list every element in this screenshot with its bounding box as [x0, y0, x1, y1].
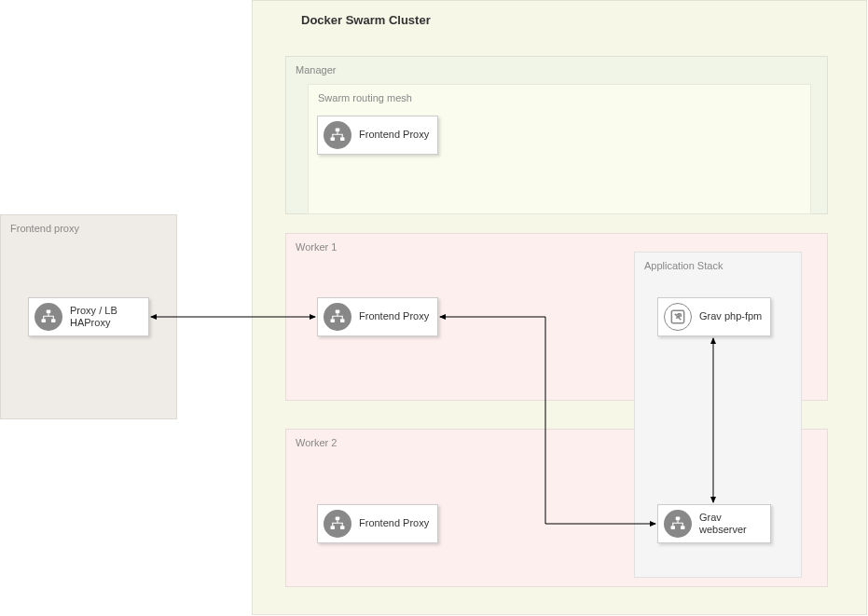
svg-rect-11: [340, 526, 345, 529]
manager-proxy-node: Frontend Proxy: [317, 116, 438, 155]
network-icon: [324, 121, 351, 149]
haproxy-node: Proxy / LB HAProxy: [28, 297, 149, 336]
svg-rect-1: [42, 319, 47, 322]
svg-rect-3: [336, 129, 340, 132]
worker1-label: Worker 1: [296, 241, 337, 253]
svg-rect-13: [676, 517, 681, 521]
manager-proxy-label: Frontend Proxy: [359, 129, 429, 141]
svg-rect-5: [340, 137, 345, 141]
worker2-proxy-node: Frontend Proxy: [317, 504, 438, 543]
haproxy-line1: Proxy / LB: [70, 305, 117, 317]
haproxy-line2: HAProxy: [70, 317, 117, 329]
mesh-label: Swarm routing mesh: [318, 92, 412, 103]
network-icon: [324, 303, 351, 331]
worker2-label: Worker 2: [296, 437, 337, 448]
svg-rect-15: [681, 526, 685, 529]
manager-label: Manager: [296, 64, 336, 75]
haproxy-label: Proxy / LB HAProxy: [70, 305, 117, 329]
cluster-title: Docker Swarm Cluster: [301, 13, 431, 27]
phpfpm-node: Grav php-fpm: [657, 297, 771, 336]
svg-rect-9: [336, 517, 340, 521]
svg-rect-2: [51, 319, 56, 322]
svg-rect-14: [671, 526, 676, 529]
external-frontend-label: Frontend proxy: [10, 223, 79, 234]
app-icon: [664, 303, 692, 331]
network-icon: [324, 510, 351, 538]
phpfpm-label: Grav php-fpm: [699, 310, 762, 322]
svg-rect-0: [47, 310, 51, 314]
webserver-node: Grav webserver: [657, 504, 771, 543]
network-icon: [34, 303, 62, 331]
svg-rect-7: [331, 319, 336, 322]
svg-rect-4: [331, 137, 336, 141]
svg-rect-8: [340, 319, 345, 322]
worker1-proxy-label: Frontend Proxy: [359, 310, 429, 322]
webserver-label: Grav webserver: [699, 512, 765, 536]
worker2-proxy-label: Frontend Proxy: [359, 517, 429, 529]
app-stack-label: Application Stack: [644, 260, 723, 271]
svg-rect-6: [336, 310, 340, 314]
worker1-proxy-node: Frontend Proxy: [317, 297, 438, 336]
svg-rect-10: [331, 526, 336, 529]
network-icon: [664, 510, 692, 538]
